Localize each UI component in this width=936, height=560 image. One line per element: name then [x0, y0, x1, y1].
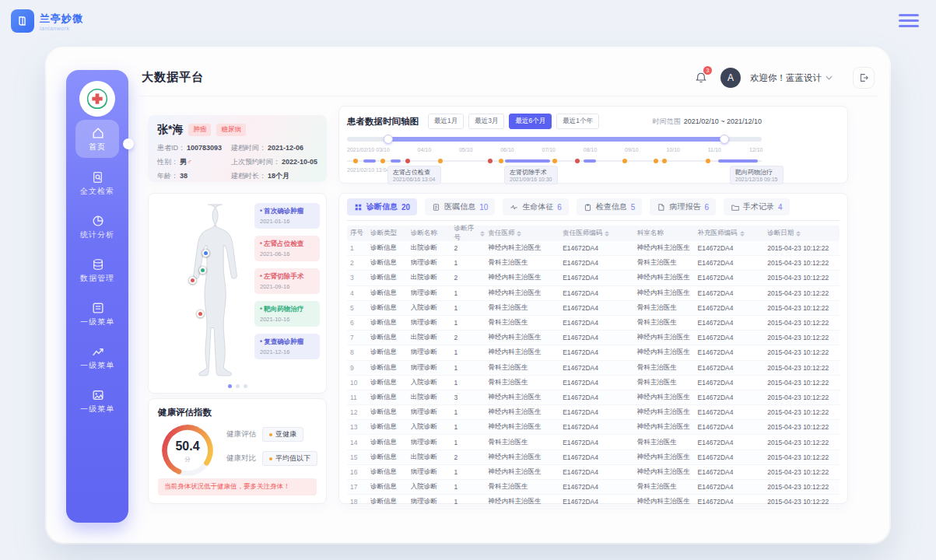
table-cell: 13	[347, 423, 367, 431]
sidebar-item-首页[interactable]: 首页	[75, 120, 119, 158]
table-cell: E14672DA4	[695, 259, 765, 267]
timeline-event-dot[interactable]	[662, 159, 667, 163]
column-header-label: 科室名称	[637, 229, 664, 238]
patient-field: 年龄：38	[157, 171, 223, 181]
pagination-dot[interactable]	[236, 384, 240, 388]
tab-label: 医嘱信息	[444, 201, 475, 212]
table-cell: 骨科主治医生	[485, 258, 559, 268]
timeline-event-dot[interactable]	[488, 159, 493, 163]
timeline-filter-最近1个年[interactable]: 最近1个年	[556, 114, 599, 129]
table-cell: 2015-04-23 10:12:22	[764, 408, 840, 416]
slider-handle-left[interactable]	[384, 135, 393, 144]
menu-icon[interactable]	[899, 14, 919, 28]
timeline-stay-bar[interactable]	[718, 159, 758, 163]
sort-icon[interactable]	[517, 231, 521, 236]
tab-label: 诊断信息	[366, 201, 398, 212]
body-annotation[interactable]: • 首次确诊肿瘤2021-01-16	[254, 203, 320, 229]
sidebar-item-一级菜单[interactable]: 一级菜单	[66, 301, 128, 327]
timeline-event-dot[interactable]	[622, 159, 627, 163]
column-header-诊断序号[interactable]: 诊断序号	[451, 224, 486, 243]
column-header-诊断日期[interactable]: 诊断日期	[764, 229, 840, 238]
sidebar-item-label: 全文检索	[80, 186, 114, 197]
patient-field: 建档时长：18个月	[231, 171, 317, 181]
table-row: 18诊断信息病理诊断1神经内科主治医生E14672DA4神经内科主治医生E146…	[347, 495, 840, 509]
body-card-pagination	[149, 384, 326, 388]
sort-icon[interactable]	[740, 231, 745, 236]
timeline-stay-bar[interactable]	[363, 159, 376, 163]
sidebar-item-全文检索[interactable]: 全文检索	[66, 170, 128, 197]
column-header-责任医师[interactable]: 责任医师	[485, 229, 559, 238]
health-card-title: 健康评估指数	[158, 407, 317, 418]
logout-icon[interactable]	[853, 67, 875, 89]
body-annotation[interactable]: • 靶向药物治疗2021-10-16	[254, 301, 320, 327]
table-cell: 1	[451, 289, 486, 297]
timeline-stay-bar[interactable]	[505, 159, 551, 163]
table-row: 4诊断信息病理诊断1神经内科主治医生E14672DA4神经内科主治医生E1467…	[347, 286, 840, 301]
body-annotation[interactable]: • 左肾占位检查2021-06-16	[254, 236, 320, 261]
timeline-event-dot[interactable]	[438, 159, 443, 163]
tab-生命体征[interactable]: 生命体征6	[503, 198, 569, 215]
tab-医嘱信息[interactable]: 医嘱信息10	[425, 198, 495, 215]
body-annotation[interactable]: • 左肾切除手术2021-09-16	[254, 268, 320, 294]
column-header-补充医师编码[interactable]: 补充医师编码	[695, 229, 765, 238]
column-header-label: 诊断类型	[370, 229, 397, 238]
health-row-label: 健康评估	[226, 429, 256, 439]
tab-检查信息[interactable]: 检查信息5	[577, 198, 643, 215]
timeline-event-dot[interactable]	[654, 159, 658, 163]
tab-诊断信息[interactable]: 诊断信息20	[347, 198, 417, 215]
tab-病理报告[interactable]: 病理报告6	[650, 198, 716, 215]
user-dropdown[interactable]: 欢迎你！蓝蓝设计	[750, 72, 833, 84]
timeline-filter-最近6个月[interactable]: 最近6个月	[509, 114, 552, 129]
tab-手术记录[interactable]: 手术记录4	[724, 198, 790, 215]
sidebar-item-label: 数据管理	[80, 273, 114, 284]
table-row: 2诊断信息病理诊断1骨科主治医生E14672DA4骨科主治医生E14672DA4…	[347, 256, 840, 271]
time-range-slider[interactable]	[347, 135, 762, 144]
table-cell: E14672DA4	[695, 394, 765, 401]
timeline-event-dot[interactable]	[353, 159, 358, 163]
sidebar: 首页全文检索统计分析数据管理一级菜单一级菜单一级菜单	[66, 70, 128, 523]
sidebar-item-一级菜单[interactable]: 一级菜单	[66, 345, 128, 371]
timeline-filter-最近3月[interactable]: 最近3月	[468, 114, 504, 129]
timeline-stay-bar[interactable]	[584, 159, 596, 163]
slider-handle-right[interactable]	[720, 135, 729, 144]
notification-bell-icon[interactable]: 3	[691, 68, 711, 88]
table-cell: 1	[451, 498, 486, 506]
timeline-stay-bar[interactable]	[391, 159, 401, 163]
table-row: 13诊断信息入院诊断1神经内科主治医生E14672DA4神经内科主治医生E146…	[347, 420, 840, 435]
table-cell: 8	[347, 348, 367, 356]
table-cell: 入院诊断	[408, 378, 451, 387]
timeline-event-dot[interactable]	[706, 159, 710, 163]
timeline-event-dot[interactable]	[552, 159, 557, 163]
table-cell: 骨科主治医生	[485, 482, 559, 492]
pagination-dot[interactable]	[228, 384, 232, 388]
table-cell: 诊断信息	[367, 453, 408, 462]
column-header-label: 责任医师编码	[563, 229, 602, 238]
body-marker-dot[interactable]	[199, 267, 206, 274]
timeline-event-dot[interactable]	[575, 159, 580, 163]
body-marker-dot[interactable]	[202, 250, 209, 257]
patient-field-value: 18个月	[268, 172, 289, 180]
table-cell: E14672DA4	[695, 244, 765, 252]
patient-field-label: 建档时间：	[231, 144, 266, 152]
health-score-unit: 分	[158, 455, 217, 464]
brand-name: 兰亭妙微	[40, 12, 83, 26]
avatar[interactable]: A	[720, 68, 741, 88]
table-cell: 骨科主治医生	[485, 363, 559, 373]
table-cell: 神经内科主治医生	[634, 467, 695, 477]
timeline-event-dot[interactable]	[499, 159, 503, 163]
sort-icon[interactable]	[605, 231, 609, 236]
annotation-title: • 复查确诊肿瘤	[260, 338, 314, 347]
timeline-event-dot[interactable]	[380, 159, 385, 163]
sidebar-item-统计分析[interactable]: 统计分析	[66, 214, 128, 240]
body-marker-dot[interactable]	[197, 310, 204, 317]
sidebar-item-一级菜单[interactable]: 一级菜单	[66, 388, 128, 415]
body-annotation[interactable]: • 复查确诊肿瘤2021-12-16	[254, 334, 320, 359]
table-cell: 神经内科主治医生	[634, 497, 695, 506]
column-header-责任医师编码[interactable]: 责任医师编码	[559, 229, 634, 238]
timeline-event-dot[interactable]	[405, 159, 410, 163]
sort-icon[interactable]	[796, 231, 801, 236]
pagination-dot[interactable]	[244, 384, 247, 388]
sidebar-item-数据管理[interactable]: 数据管理	[66, 257, 128, 284]
timeline-filter-最近1月[interactable]: 最近1月	[428, 114, 464, 129]
body-marker-dot[interactable]	[189, 277, 196, 284]
